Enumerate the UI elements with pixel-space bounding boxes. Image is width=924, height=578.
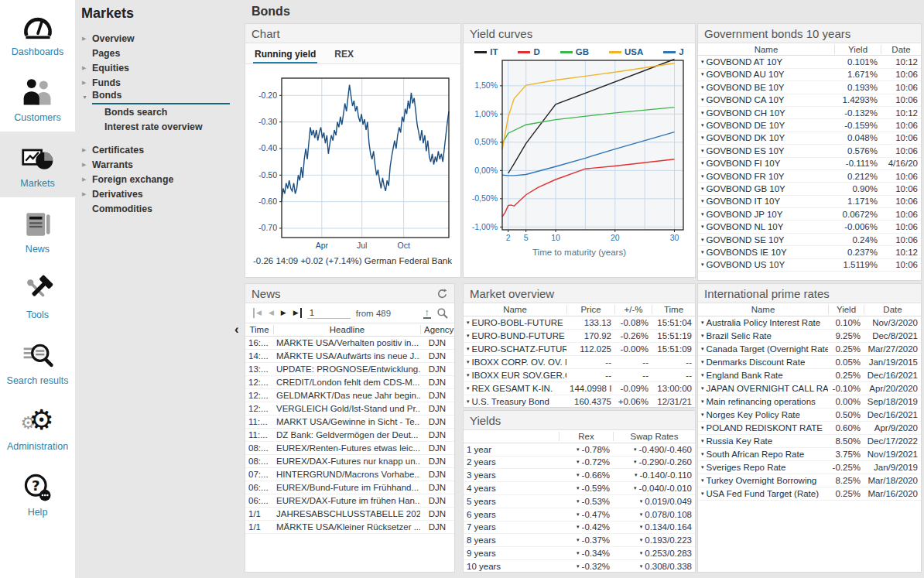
news-row[interactable]: 11:...DZ Bank: Geldvermögen der Deut...D… xyxy=(245,429,454,442)
dropdown-triangle-icon[interactable]: ▾ xyxy=(701,262,704,268)
prime-rate-row[interactable]: ▾England Bank Rate0.25%Dec/16/2021 xyxy=(698,369,921,382)
dropdown-triangle-icon[interactable]: ▾ xyxy=(701,59,704,65)
dropdown-triangle-icon[interactable]: ▾ xyxy=(701,97,704,103)
sidebar-item-markets[interactable]: Markets xyxy=(0,132,75,197)
yield-row[interactable]: 8 years▾-0.37%▾0.193/0.223 xyxy=(464,534,695,547)
collapse-panel-icon[interactable]: ‹ xyxy=(234,323,239,336)
gov-bond-row[interactable]: ▾GOVBONDS IE 10Y0.237%10:12 xyxy=(698,246,921,258)
dropdown-triangle-icon[interactable]: ▾ xyxy=(701,186,704,192)
dropdown-triangle-icon[interactable]: ▾ xyxy=(701,135,704,141)
gov-bond-row[interactable]: ▾GOVBOND AU 10Y1.671%10:06 xyxy=(698,69,921,81)
chevron-right-icon[interactable]: ▶ xyxy=(82,36,92,42)
dropdown-triangle-icon[interactable]: ▾ xyxy=(640,498,643,504)
nav-item-pages[interactable]: Pages xyxy=(75,46,242,60)
gov-bond-row[interactable]: ▾GOVBOND FR 10Y0.212%10:06 xyxy=(698,170,921,183)
dropdown-triangle-icon[interactable]: ▾ xyxy=(701,320,704,326)
dropdown-triangle-icon[interactable]: ▾ xyxy=(577,472,580,478)
yield-row[interactable]: 4 years▾-0.59%▾-0.040/-0.010 xyxy=(464,482,695,495)
gov-bond-row[interactable]: ▾GOVBOND NL 10Y-0.006%10:06 xyxy=(698,221,921,233)
dropdown-triangle-icon[interactable]: ▾ xyxy=(701,237,704,243)
dropdown-triangle-icon[interactable]: ▾ xyxy=(577,446,580,453)
sidebar-item-help[interactable]: ?Help xyxy=(0,460,75,526)
tab-running-yield[interactable]: Running yield xyxy=(253,46,317,63)
nav-item-interest-rate-overview[interactable]: Interest rate overview xyxy=(75,119,242,134)
news-row[interactable]: 12:...CREDIT/London fehlt dem CDS-M...DJ… xyxy=(245,376,454,389)
news-row[interactable]: 14:...MÄRKTE USA/Aufwärts ins neue J...D… xyxy=(245,350,454,363)
news-row[interactable]: 1/1MÄRKTE USA/Kleiner Rücksetzer ...DJN xyxy=(245,521,454,534)
dropdown-triangle-icon[interactable]: ▾ xyxy=(701,71,704,77)
yield-row[interactable]: 6 years▾-0.47%▾0.078/0.108 xyxy=(464,508,695,522)
sidebar-item-tools[interactable]: Tools xyxy=(0,263,75,329)
yield-row[interactable]: 9 years▾-0.34%▾0.253/0.283 xyxy=(464,547,695,560)
dropdown-triangle-icon[interactable]: ▾ xyxy=(467,398,470,405)
market-row[interactable]: ▾REX GESAMT K-IN.144.0998 I-0.09%13:00:0… xyxy=(464,382,695,395)
market-row[interactable]: ▾EURO-SCHATZ-FUTURE112.025-0.00%15:51:09 xyxy=(464,343,695,356)
gov-bond-row[interactable]: ▾GOVBOND AT 10Y0.101%10:12 xyxy=(698,56,921,68)
gov-bond-row[interactable]: ▾GOVBOND ES 10Y0.576%10:06 xyxy=(698,145,921,157)
news-row[interactable]: 08:...EUREX/Renten-Futures etwas leic...… xyxy=(245,442,454,455)
nav-item-commodities[interactable]: Commodities xyxy=(75,201,242,216)
dropdown-triangle-icon[interactable]: ▾ xyxy=(634,446,637,453)
last-page-icon[interactable]: ▶ xyxy=(293,308,302,318)
next-page-icon[interactable]: ▶ xyxy=(280,308,287,318)
yield-row[interactable]: 7 years▾-0.42%▾0.134/0.164 xyxy=(464,522,695,535)
nav-item-funds[interactable]: ▶Funds xyxy=(75,75,242,90)
gov-bond-row[interactable]: ▾GOVBOND FI 10Y-0.111%4/16/20 xyxy=(698,158,921,170)
dropdown-triangle-icon[interactable]: ▾ xyxy=(577,524,580,530)
dropdown-triangle-icon[interactable]: ▾ xyxy=(640,524,643,530)
refresh-icon[interactable] xyxy=(436,288,448,299)
dropdown-triangle-icon[interactable]: ▾ xyxy=(640,550,643,556)
yield-row[interactable]: 10 years▾-0.32%▾0.308/0.338 xyxy=(464,560,695,573)
nav-item-foreign-exchange[interactable]: ▶Foreign exchange xyxy=(75,172,242,186)
yield-row[interactable]: 5 years▾-0.53%▾0.019/0.049 xyxy=(464,495,695,508)
gov-bond-row[interactable]: ▾GOVBOND CH 10Y-0.132%10:12 xyxy=(698,107,921,119)
news-row[interactable]: 12:...GELDMARKT/Das neue Jahr begin...DJ… xyxy=(245,389,454,402)
prime-rate-row[interactable]: ▾South African Repo Rate3.75%Nov/19/2021 xyxy=(698,448,921,461)
news-row[interactable]: 08:...EUREX/DAX-Futures nur knapp un...D… xyxy=(245,455,454,468)
dropdown-triangle-icon[interactable]: ▾ xyxy=(701,333,704,339)
prime-rate-row[interactable]: ▾Turkey Overnight Borrowing8.25%Mar/18/2… xyxy=(698,474,921,487)
market-row[interactable]: ▾IBOXX EUR SOV.GER.OV.RE------ xyxy=(464,369,695,382)
chevron-right-icon[interactable]: ▶ xyxy=(82,80,92,86)
dropdown-triangle-icon[interactable]: ▾ xyxy=(577,485,580,491)
prime-rate-row[interactable]: ▾Brazil Selic Rate9.25%Dec/8/2021 xyxy=(698,330,921,343)
dropdown-triangle-icon[interactable]: ▾ xyxy=(701,425,704,431)
export-icon[interactable]: ↑ xyxy=(423,307,432,320)
gov-bond-row[interactable]: ▾GOVBOND GB 10Y0.90%10:06 xyxy=(698,183,921,195)
dropdown-triangle-icon[interactable]: ▾ xyxy=(701,438,704,444)
tab-rex[interactable]: REX xyxy=(333,46,355,63)
gov-bond-row[interactable]: ▾GOVBOND DE 10Y-0.159%10:06 xyxy=(698,119,921,132)
prime-rate-row[interactable]: ▾POLAND REDISKONT RATE0.60%Apr/9/2020 xyxy=(698,422,921,435)
prime-rate-row[interactable]: ▾Russia Key Rate8.50%Dec/17/2022 xyxy=(698,435,921,448)
dropdown-triangle-icon[interactable]: ▾ xyxy=(701,198,704,204)
market-row[interactable]: ▾IBOXX CORP. OV. OV. PR.------ xyxy=(464,356,695,369)
dropdown-triangle-icon[interactable]: ▾ xyxy=(467,333,470,339)
gov-bond-row[interactable]: ▾GOVBOND BE 10Y0.193%10:06 xyxy=(698,81,921,94)
dropdown-triangle-icon[interactable]: ▾ xyxy=(467,320,470,326)
sidebar-item-customers[interactable]: Customers xyxy=(0,66,75,132)
dropdown-triangle-icon[interactable]: ▾ xyxy=(640,537,643,543)
dropdown-triangle-icon[interactable]: ▾ xyxy=(640,511,643,518)
news-row[interactable]: 06:...EUREX/DAX-Future im frühen Han...D… xyxy=(245,494,454,508)
prime-rate-row[interactable]: ▾Sveriges Repo Rate-0.25%Jan/9/2019 xyxy=(698,461,921,474)
market-row[interactable]: ▾EURO-BOBL-FUTURE133.13-0.08%15:51:04 xyxy=(464,316,695,330)
gov-bond-row[interactable]: ▾GOVBOND IT 10Y1.171%10:06 xyxy=(698,196,921,208)
sidebar-item-administration[interactable]: ⚙⚙Administration xyxy=(0,395,75,460)
dropdown-triangle-icon[interactable]: ▾ xyxy=(701,385,704,392)
nav-item-derivatives[interactable]: ▶Derivatives xyxy=(75,186,242,201)
dropdown-triangle-icon[interactable]: ▾ xyxy=(701,491,704,497)
dropdown-triangle-icon[interactable]: ▾ xyxy=(577,537,580,543)
dropdown-triangle-icon[interactable]: ▾ xyxy=(701,451,704,457)
dropdown-triangle-icon[interactable]: ▾ xyxy=(467,385,470,392)
dropdown-triangle-icon[interactable]: ▾ xyxy=(701,84,704,91)
dropdown-triangle-icon[interactable]: ▾ xyxy=(577,550,580,556)
sidebar-item-news[interactable]: News xyxy=(0,197,75,263)
chevron-right-icon[interactable]: ▶ xyxy=(82,162,92,168)
dropdown-triangle-icon[interactable]: ▾ xyxy=(701,398,704,405)
dropdown-triangle-icon[interactable]: ▾ xyxy=(635,472,638,478)
chevron-right-icon[interactable]: ▶ xyxy=(82,65,92,71)
dropdown-triangle-icon[interactable]: ▾ xyxy=(701,464,704,470)
chevron-right-icon[interactable]: ▶ xyxy=(82,191,92,197)
dropdown-triangle-icon[interactable]: ▾ xyxy=(577,511,580,518)
gov-bond-row[interactable]: ▾GOVBOND CA 10Y1.4293%10:06 xyxy=(698,94,921,107)
